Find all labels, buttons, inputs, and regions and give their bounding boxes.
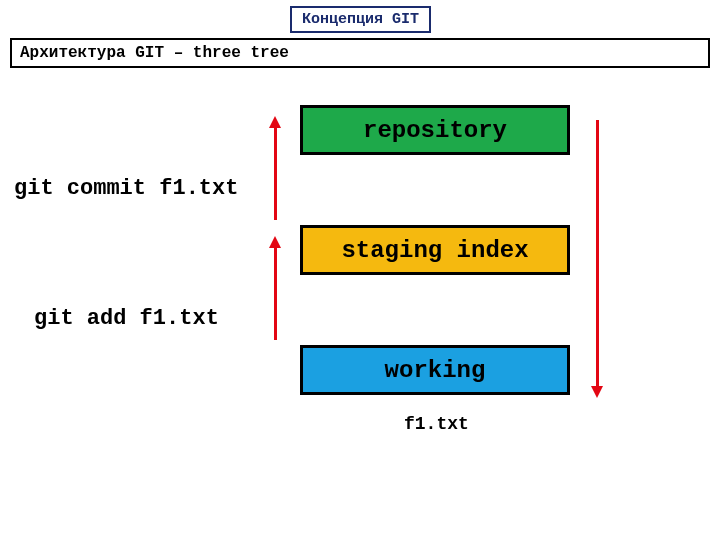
arrow-staging-to-repo <box>274 126 277 220</box>
command-commit: git commit f1.txt <box>14 176 238 201</box>
tree-repository: repository <box>300 105 570 155</box>
tree-staging-label: staging index <box>341 237 528 264</box>
arrow-repo-to-working <box>596 120 599 388</box>
tree-staging: staging index <box>300 225 570 275</box>
slide-subtitle: Архитектура GIT – three tree <box>10 38 710 68</box>
tree-working: working <box>300 345 570 395</box>
command-add: git add f1.txt <box>34 306 219 331</box>
slide-title: Концепция GIT <box>290 6 431 33</box>
arrow-working-to-staging <box>274 246 277 340</box>
file-label: f1.txt <box>404 414 469 434</box>
tree-repository-label: repository <box>363 117 507 144</box>
tree-working-label: working <box>385 357 486 384</box>
